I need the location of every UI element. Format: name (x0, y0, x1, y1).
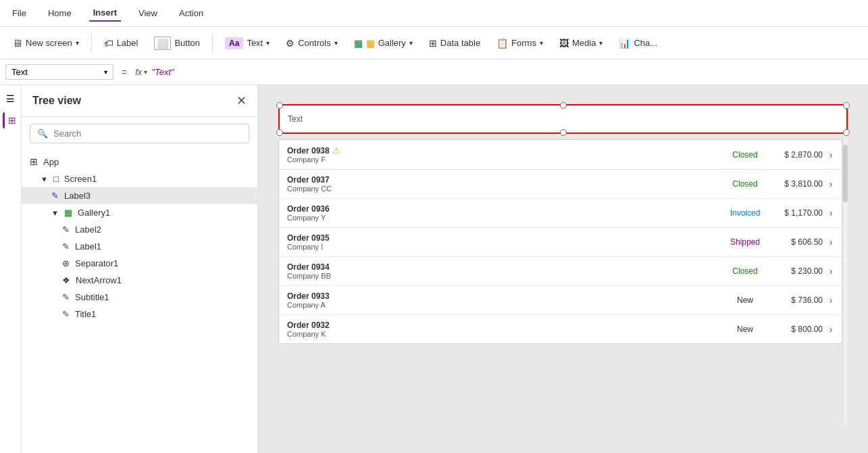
order-0935: Order 0935 (287, 233, 721, 243)
label-btn-label: Label (117, 38, 138, 48)
gallery-item-0936[interactable]: Order 0936 Company Y Invoiced $ 1,170.00… (279, 199, 847, 228)
gallery-scrollbar-thumb[interactable] (843, 145, 848, 202)
hamburger-icon[interactable]: ☰ (3, 91, 19, 107)
media-chevron: ▾ (599, 39, 603, 47)
menu-bar: File Home Insert View Action (0, 0, 868, 27)
sidebar-icons: ☰ ⊞ (0, 85, 22, 453)
tree-item-subtitle1[interactable]: ✎ Subtitle1 (22, 289, 257, 306)
label2-icon: ✎ (62, 224, 70, 235)
item-left-0: Order 0938 ⚠ Company F (287, 145, 721, 164)
media-button[interactable]: 🖼 Media ▾ (553, 34, 609, 52)
handle-bm[interactable] (560, 129, 567, 136)
status-0932: New (721, 325, 769, 334)
gallery-item-0938[interactable]: Order 0938 ⚠ Company F Closed $ 2,870.00… (279, 140, 847, 170)
text-btn-label: Text (247, 38, 263, 48)
search-input[interactable] (53, 128, 242, 139)
gallery-item-0933[interactable]: Order 0933 Company A New $ 736.00 › (279, 286, 847, 315)
label3-icon: ✎ (51, 191, 59, 201)
order-0932: Order 0932 (287, 320, 721, 330)
arrow-icon-4[interactable]: › (823, 266, 839, 277)
tree-content: ⊞ App ▼ □ Screen1 ✎ Label3 ▼ ▦ Gallery1 (22, 150, 257, 453)
tree-item-title1[interactable]: ✎ Title1 (22, 306, 257, 323)
button-button[interactable]: ⬜ Button (147, 33, 207, 53)
tree-item-label2[interactable]: ✎ Label2 (22, 221, 257, 238)
chart-btn-label: Cha... (634, 38, 657, 48)
arrow-icon-6[interactable]: › (823, 324, 839, 335)
tree-item-separator1[interactable]: ⊛ Separator1 (22, 255, 257, 272)
arrow-icon-0[interactable]: › (823, 149, 839, 160)
gallery-item-0935[interactable]: Order 0935 Company I Shipped $ 606.50 › (279, 228, 847, 257)
label-button[interactable]: 🏷 Label (97, 34, 145, 52)
gallery1-label: Gallery1 (78, 208, 110, 218)
text-button[interactable]: Aa Text ▾ (218, 34, 276, 53)
controls-chevron: ▾ (334, 39, 338, 47)
property-selector[interactable]: Text ▾ (5, 64, 113, 80)
arrow-icon-3[interactable]: › (823, 237, 839, 247)
gallery-item-0932[interactable]: Order 0932 Company K New $ 800.00 › (279, 315, 847, 343)
chart-button[interactable]: 📊 Cha... (612, 34, 664, 52)
gallery-item-0934[interactable]: Order 0934 Company BB Closed $ 230.00 › (279, 257, 847, 286)
tree-item-label1[interactable]: ✎ Label1 (22, 238, 257, 255)
separator1-label: Separator1 (75, 258, 118, 268)
title1-icon: ✎ (62, 309, 70, 319)
company-0932: Company K (287, 330, 721, 338)
controls-button[interactable]: ⚙ Controls ▾ (279, 34, 344, 52)
menu-home[interactable]: Home (44, 5, 76, 21)
tree-item-label3[interactable]: ✎ Label3 (22, 187, 257, 204)
screen1-label: Screen1 (64, 174, 97, 184)
selected-label[interactable]: Text (278, 104, 848, 134)
screen1-icon: □ (53, 174, 59, 184)
menu-insert[interactable]: Insert (89, 5, 121, 22)
arrow-icon-2[interactable]: › (823, 208, 839, 218)
arrow-icon-1[interactable]: › (823, 178, 839, 189)
media-btn-label: Media (572, 38, 596, 48)
divider-1 (91, 34, 92, 53)
item-left-2: Order 0936 Company Y (287, 204, 721, 222)
search-box: 🔍 (30, 124, 249, 143)
tree-item-app[interactable]: ⊞ App (22, 153, 257, 170)
status-0933: New (721, 295, 769, 305)
subtitle1-label: Subtitle1 (75, 292, 109, 302)
new-screen-button[interactable]: 🖥 New screen ▾ (5, 34, 86, 52)
arrow-icon-5[interactable]: › (823, 295, 839, 306)
label1-label: Label1 (75, 241, 101, 252)
label-text: Text (285, 114, 303, 124)
divider-2 (212, 34, 213, 53)
menu-file[interactable]: File (8, 5, 30, 21)
amount-0935: $ 606.50 (769, 237, 823, 247)
status-0938: Closed (721, 150, 769, 160)
layers-icon[interactable]: ⊞ (3, 112, 19, 128)
handle-br[interactable] (843, 129, 850, 136)
tree-item-nextarrow1[interactable]: ❖ NextArrow1 (22, 272, 257, 289)
forms-chevron: ▾ (540, 39, 543, 47)
amount-0937: $ 3,810.00 (769, 179, 823, 189)
gallery-item-0937[interactable]: Order 0937 Company CC Closed $ 3,810.00 … (279, 170, 847, 199)
item-left-5: Order 0933 Company A (287, 291, 721, 309)
fx-button[interactable]: fx ▾ (135, 67, 147, 77)
menu-action[interactable]: Action (175, 5, 207, 21)
formula-value[interactable]: "Text" (151, 67, 863, 77)
handle-tl[interactable] (276, 102, 283, 109)
controls-btn-label: Controls (298, 38, 330, 48)
tree-item-screen1[interactable]: ▼ □ Screen1 (22, 170, 257, 187)
forms-button[interactable]: 📋 Forms ▾ (490, 34, 550, 52)
tree-title: Tree view (32, 95, 81, 107)
label1-icon: ✎ (62, 241, 70, 252)
handle-bl[interactable] (276, 129, 283, 136)
data-table-button[interactable]: ⊞ Data table (422, 34, 487, 52)
handle-tm[interactable] (560, 102, 567, 109)
menu-view[interactable]: View (134, 5, 161, 21)
gallery-button[interactable]: ▦ ▦ Gallery ▾ (347, 34, 419, 52)
gallery-chevron: ▾ (409, 39, 413, 47)
item-left-3: Order 0935 Company I (287, 233, 721, 251)
main-layout: ☰ ⊞ Tree view ✕ 🔍 ⊞ App ▼ □ Screen1 (0, 85, 868, 453)
item-left-1: Order 0937 Company CC (287, 175, 721, 193)
tree-item-gallery1[interactable]: ▼ ▦ Gallery1 (22, 204, 257, 221)
gallery-scrollbar[interactable] (842, 139, 848, 426)
app-label: App (43, 157, 59, 167)
company-0936: Company Y (287, 214, 721, 222)
tree-panel: Tree view ✕ 🔍 ⊞ App ▼ □ Screen1 ✎ Label3 (22, 85, 258, 453)
close-tree-button[interactable]: ✕ (236, 93, 247, 108)
item-left-6: Order 0932 Company K (287, 320, 721, 338)
handle-tr[interactable] (843, 102, 850, 109)
